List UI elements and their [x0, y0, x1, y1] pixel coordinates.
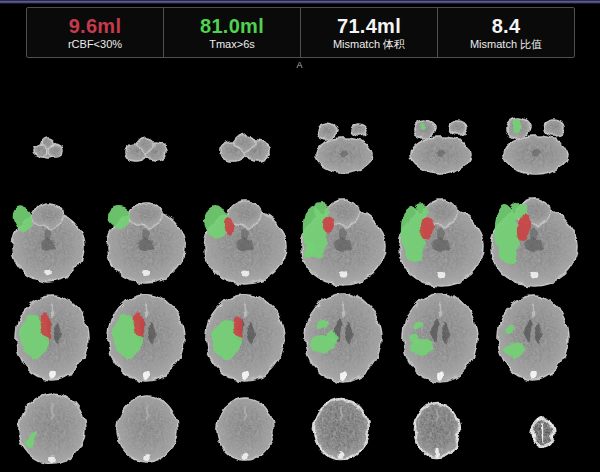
brain-slice: [125, 138, 167, 161]
brain-slice: [33, 138, 63, 158]
brain-slice: [305, 294, 381, 382]
brain-slice: [314, 399, 368, 459]
brain-slice: [532, 419, 554, 447]
brain-slice: [316, 123, 372, 172]
brain-slice: [403, 294, 477, 382]
brain-slice: [300, 200, 385, 285]
brain-slice: [411, 120, 471, 173]
brain-slice: [201, 201, 286, 284]
brain-slice: [117, 396, 177, 462]
brain-slice: [9, 203, 84, 282]
brain-slice: [399, 200, 483, 286]
brain-slice: [504, 118, 568, 174]
brain-slice: [217, 398, 273, 460]
brain-slice: [491, 199, 577, 286]
brain-slice: [19, 394, 85, 464]
brain-slice: [105, 203, 185, 283]
brain-slice: [498, 296, 568, 380]
brain-slice: [415, 403, 459, 457]
brain-slice: [108, 295, 184, 381]
brain-slice: [206, 295, 284, 381]
brain-slice-montage: [0, 0, 600, 472]
brain-slice: [16, 296, 88, 380]
brain-slice: [220, 135, 270, 161]
